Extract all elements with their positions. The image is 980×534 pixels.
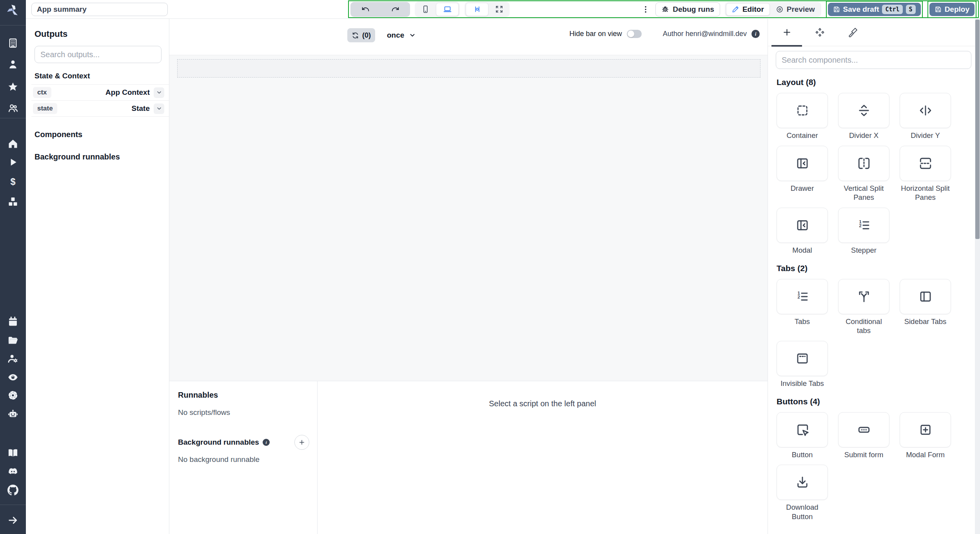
pencil-icon	[732, 5, 739, 13]
output-row-state[interactable]: state State	[31, 101, 169, 117]
empty-drop-zone[interactable]	[177, 59, 760, 78]
components-icon	[815, 27, 825, 37]
debug-runs-label: Debug runs	[673, 5, 714, 14]
component-label: Divider X	[838, 131, 889, 140]
invisible-tabs-component-card[interactable]	[777, 341, 828, 376]
expand-row-button[interactable]	[154, 103, 164, 114]
components-panel: Layout (8)ContainerDivider XDivider YDra…	[768, 19, 980, 534]
hide-bar-toggle[interactable]	[627, 30, 642, 38]
info-icon[interactable]: i	[263, 439, 270, 446]
vertical-split-panes-component-card[interactable]	[838, 146, 889, 181]
save-draft-button[interactable]: Save draft Ctrl S	[828, 3, 921, 16]
component-label: Stepper	[838, 246, 889, 255]
arrow-right-icon[interactable]	[7, 515, 18, 526]
component-item: Divider Y	[900, 93, 951, 140]
user-cog-icon[interactable]	[7, 353, 18, 364]
plus-icon	[782, 27, 792, 37]
divider-y-component-card[interactable]	[900, 93, 951, 128]
invisible-tabs-icon	[795, 351, 809, 366]
canvas-align-group	[465, 2, 510, 17]
tab-component-settings[interactable]	[803, 19, 836, 46]
github-icon[interactable]	[7, 485, 18, 496]
drawer-component-card[interactable]	[777, 146, 828, 181]
boxes-icon[interactable]	[7, 196, 18, 207]
dollar-icon[interactable]: $	[7, 177, 18, 188]
outputs-panel: Outputs State & Context ctx App Context …	[26, 19, 169, 534]
scrollbar-track[interactable]	[975, 19, 980, 534]
list-ordered-icon: 12	[857, 218, 871, 232]
building-icon[interactable]	[7, 38, 18, 49]
expand-row-button[interactable]	[154, 87, 164, 98]
chevron-down-icon	[156, 89, 162, 96]
section-title: Tabs (2)	[777, 264, 967, 273]
windmill-logo-icon[interactable]	[5, 3, 20, 18]
save-draft-highlight: Save draft Ctrl S	[826, 1, 923, 18]
runnables-column: Runnables No scripts/flows Background ru…	[169, 381, 318, 534]
submit-form-icon	[857, 423, 871, 437]
star-icon[interactable]	[7, 81, 18, 92]
modal-component-card[interactable]	[777, 208, 828, 243]
info-icon[interactable]: i	[751, 30, 760, 38]
sidebar-tabs-component-card[interactable]	[900, 279, 951, 314]
output-key-badge: ctx	[33, 87, 51, 98]
folder-icon[interactable]	[7, 335, 18, 346]
tab-insert-component[interactable]	[770, 19, 803, 46]
refresh-button[interactable]: (0)	[347, 28, 375, 42]
add-background-runnable-button[interactable]	[294, 435, 309, 450]
windmill-app-editor: $ Debug runs	[0, 0, 980, 534]
app-summary-input[interactable]	[31, 3, 168, 16]
select-script-hint: Select a script on the left panel	[489, 399, 596, 408]
section-title: Layout (8)	[777, 78, 967, 87]
v-split-icon	[857, 156, 871, 170]
conditional-tabs-component-card[interactable]	[838, 279, 889, 314]
users-icon[interactable]	[7, 103, 18, 114]
debug-runs-button[interactable]: Debug runs	[655, 2, 720, 16]
bot-icon[interactable]	[7, 409, 18, 420]
button-component-card[interactable]	[777, 412, 828, 447]
divider-x-component-card[interactable]	[838, 93, 889, 128]
save-draft-label: Save draft	[843, 5, 879, 14]
component-grid: ButtonSubmit formModal FormDownload Butt…	[777, 412, 967, 521]
editor-tab-button[interactable]: Editor	[726, 3, 770, 16]
calendar-icon[interactable]	[7, 316, 18, 327]
scrollbar-thumb[interactable]	[975, 20, 980, 239]
component-label: Button	[777, 450, 828, 460]
preview-tab-button[interactable]: Preview	[771, 4, 820, 15]
center-canvas-button[interactable]	[466, 3, 488, 16]
search-components-input[interactable]	[776, 51, 971, 69]
stepper-component-card[interactable]: 12	[838, 208, 889, 243]
more-menu-button[interactable]	[641, 3, 651, 16]
fullscreen-button[interactable]	[490, 3, 508, 16]
undo-button[interactable]	[350, 2, 380, 17]
home-icon[interactable]	[7, 138, 18, 149]
modal-form-component-card[interactable]	[900, 412, 951, 447]
tabs-component-card[interactable]: 12	[777, 279, 828, 314]
book-icon[interactable]	[7, 447, 18, 458]
refresh-mode-select[interactable]: once	[387, 31, 416, 40]
component-item: 12Stepper	[838, 208, 889, 255]
submit-form-component-card[interactable]	[838, 412, 889, 447]
drawer-icon	[795, 218, 809, 232]
component-label: Conditional tabs	[838, 317, 889, 335]
component-item: Button	[777, 412, 828, 460]
state-context-rows: ctx App Context state State	[31, 84, 169, 117]
search-outputs-input[interactable]	[34, 46, 162, 63]
download-button-component-card[interactable]	[777, 465, 828, 500]
background-runnables-title: Background runnables	[178, 438, 259, 447]
horizontal-split-panes-component-card[interactable]	[900, 146, 951, 181]
gear-icon[interactable]	[7, 390, 18, 401]
laptop-icon	[443, 5, 452, 13]
discord-icon[interactable]	[7, 466, 18, 477]
app-canvas[interactable]	[169, 55, 768, 381]
eye-icon[interactable]	[7, 372, 18, 383]
play-icon[interactable]	[7, 157, 18, 168]
mobile-view-button[interactable]	[416, 3, 435, 16]
output-row-ctx[interactable]: ctx App Context	[31, 85, 169, 101]
container-component-card[interactable]	[777, 93, 828, 128]
desktop-view-button[interactable]	[436, 3, 459, 16]
redo-button[interactable]	[380, 2, 410, 17]
deploy-button[interactable]: Deploy	[929, 3, 975, 16]
components-panel-tabs	[768, 19, 980, 46]
user-icon[interactable]	[7, 59, 18, 70]
tab-styling[interactable]	[836, 19, 869, 46]
